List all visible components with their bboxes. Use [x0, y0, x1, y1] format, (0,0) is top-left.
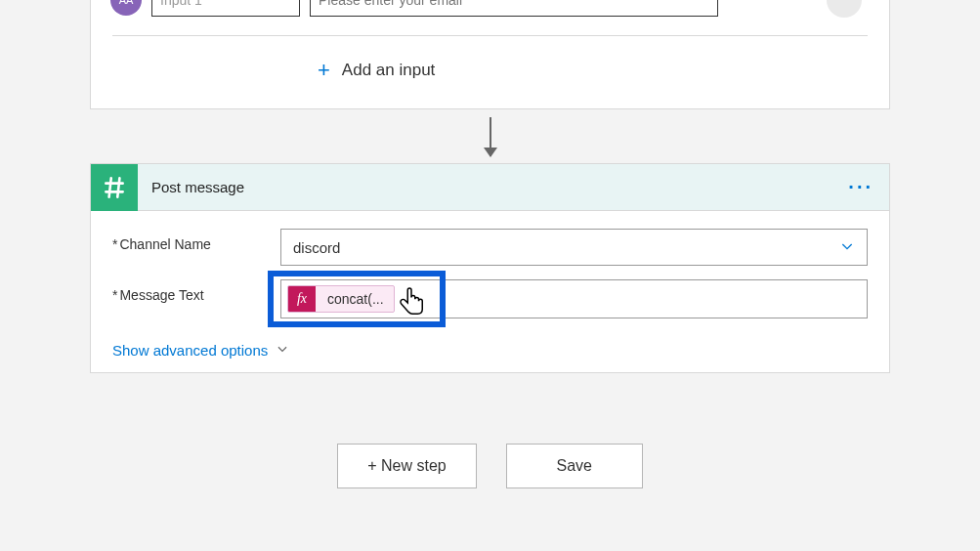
arrow-icon [490, 117, 491, 156]
message-text-input[interactable]: fx concat(... [280, 279, 868, 318]
cursor-hand-icon [397, 286, 426, 323]
plus-icon: + [318, 58, 330, 83]
save-button[interactable]: Save [506, 444, 643, 488]
add-input-label: Add an input [342, 61, 435, 80]
advanced-options-label: Show advanced options [112, 342, 268, 359]
slack-hash-icon [91, 164, 138, 211]
delete-input-button[interactable] [827, 0, 862, 18]
chevron-down-icon [276, 342, 289, 359]
channel-name-value: discord [293, 239, 340, 256]
footer-toolbar: + New step Save [90, 373, 890, 488]
new-step-button[interactable]: + New step [337, 444, 476, 488]
action-card: Post message ··· *Channel Name discord [90, 163, 890, 373]
message-text-label: *Message Text [112, 279, 280, 303]
action-header[interactable]: Post message ··· [91, 164, 889, 211]
action-title: Post message [138, 179, 848, 195]
expression-text: concat(... [316, 291, 394, 307]
flow-connector [90, 109, 890, 163]
trigger-card: AA Input 1 Please enter your email + Add… [90, 0, 890, 109]
input-name-field[interactable]: Input 1 [151, 0, 300, 17]
chevron-down-icon [839, 238, 855, 257]
action-menu-button[interactable]: ··· [848, 176, 889, 198]
channel-name-label: *Channel Name [112, 229, 280, 252]
show-advanced-options[interactable]: Show advanced options [112, 332, 868, 359]
input-parameter-row: AA Input 1 Please enter your email [112, 0, 868, 36]
input-placeholder-field[interactable]: Please enter your email [310, 0, 718, 17]
channel-name-select[interactable]: discord [280, 229, 868, 266]
expression-token[interactable]: fx concat(... [287, 285, 395, 313]
add-input-button[interactable]: + Add an input [112, 36, 868, 91]
fx-icon: fx [288, 285, 316, 313]
avatar: AA [110, 0, 142, 16]
